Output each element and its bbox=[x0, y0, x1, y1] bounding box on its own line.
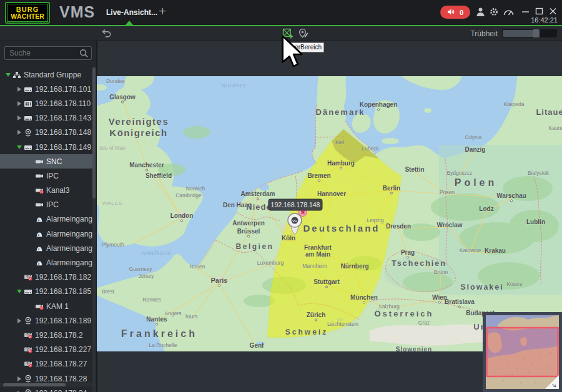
turbidity-slider-handle[interactable] bbox=[533, 29, 540, 37]
search-input[interactable] bbox=[8, 47, 76, 59]
sidebar-horizontal-scrollbar[interactable] bbox=[0, 383, 92, 387]
tree-expander-closed[interactable] bbox=[15, 101, 24, 106]
tree-item[interactable]: 192.168.178.110 bbox=[0, 96, 92, 110]
cam-icon bbox=[35, 201, 46, 208]
active-tab-caret bbox=[126, 21, 133, 25]
tree-item[interactable]: ?192.168.178.227 bbox=[0, 343, 92, 357]
city-dot bbox=[257, 198, 259, 200]
edit-location-pin-icon[interactable] bbox=[298, 28, 308, 42]
minimize-button[interactable] bbox=[521, 7, 530, 18]
cam-error-icon bbox=[35, 303, 46, 310]
minimap[interactable] bbox=[483, 312, 562, 392]
tree-expander-open[interactable] bbox=[4, 73, 12, 77]
city-dot bbox=[145, 169, 147, 171]
clock: 16:42:21 bbox=[531, 16, 558, 24]
map-label: Hamburg bbox=[327, 160, 355, 167]
tree-expander-closed[interactable] bbox=[15, 318, 24, 323]
scrollbar-thumb[interactable] bbox=[92, 67, 96, 198]
tree-item[interactable]: Alarmeingang 2 bbox=[0, 227, 92, 241]
map-label: Sheffield bbox=[145, 172, 172, 179]
tree-item[interactable]: Kanal3 bbox=[0, 184, 92, 198]
map-label: Gdynia bbox=[465, 134, 482, 140]
tree-item-label: Alarmeingang 2 bbox=[46, 230, 92, 238]
europe-map[interactable]: VereinigtesKönigreichDänemarkNiederlande… bbox=[97, 76, 562, 351]
settings-gear-icon[interactable] bbox=[489, 7, 499, 19]
scrollbar-thumb[interactable] bbox=[3, 383, 66, 386]
tree-item-label: 192.168.178.189 bbox=[35, 316, 91, 325]
map-label: Tschechien bbox=[392, 259, 446, 268]
map-label: Stettin bbox=[405, 166, 424, 173]
tree-expander-open[interactable] bbox=[15, 145, 24, 149]
map-label: Graz bbox=[418, 320, 430, 326]
tree-item[interactable]: Alarmeingang 3 bbox=[0, 241, 92, 255]
tree-item[interactable]: 192.168.178.149 bbox=[0, 140, 92, 154]
toolbar-tooltip: uerBereich bbox=[283, 42, 324, 52]
tree-item-label: Alarmeingang 4 bbox=[46, 258, 92, 267]
map-canvas[interactable]: VereinigtesKönigreichDänemarkNiederlande… bbox=[97, 76, 562, 351]
map-label: Belgien bbox=[236, 242, 274, 251]
tree-item-label: 192.168.178.110 bbox=[35, 99, 91, 108]
tree-item[interactable]: ?192.168.178.27 bbox=[0, 357, 92, 371]
tree-item-label: Alarmeingang 3 bbox=[46, 244, 92, 253]
svg-text:?: ? bbox=[26, 333, 29, 337]
tree-item[interactable]: ?192.168.178.182 bbox=[0, 270, 92, 285]
back-undo-icon[interactable] bbox=[101, 28, 112, 41]
tree-item-label: 192.168.178.101 bbox=[35, 85, 91, 94]
map-label: Luxemburg bbox=[257, 260, 284, 266]
performance-gauge-icon[interactable] bbox=[503, 7, 515, 19]
map-label: Kiel bbox=[335, 139, 344, 145]
map-label: London bbox=[170, 212, 194, 219]
alarm-icon bbox=[35, 230, 46, 238]
tree-item[interactable]: IPC bbox=[0, 198, 92, 212]
tree-item[interactable]: Alarmeingang 1 bbox=[0, 212, 92, 227]
tree-item[interactable]: KAM 1 bbox=[0, 299, 92, 313]
tree-item-label: 192.168.178.143 bbox=[35, 114, 91, 122]
map-label: WALES bbox=[102, 200, 123, 206]
sidebar-vertical-scrollbar[interactable] bbox=[92, 67, 96, 392]
tree-expander-closed[interactable] bbox=[15, 130, 24, 135]
tree-item[interactable]: Alarmeingang 4 bbox=[0, 255, 92, 270]
new-tab-button[interactable]: + bbox=[159, 4, 166, 19]
cam-icon bbox=[35, 158, 46, 165]
add-area-icon[interactable] bbox=[282, 28, 293, 42]
tree-item-label: KAM 1 bbox=[46, 302, 69, 311]
tree-item[interactable]: ?192.168.178.2 bbox=[0, 328, 92, 342]
svg-text:?: ? bbox=[26, 347, 29, 351]
tree-item[interactable]: 192.168.178.189 bbox=[0, 313, 92, 328]
tree-item[interactable]: Standard Gruppe bbox=[0, 67, 92, 82]
map-label: Stuttgart bbox=[313, 278, 340, 285]
tree-item[interactable]: 192.168.178.185 bbox=[0, 285, 92, 299]
city-dot bbox=[363, 301, 365, 303]
minimap-viewport[interactable] bbox=[487, 328, 558, 376]
map-label: Kopenhagen bbox=[360, 101, 398, 108]
tree-item[interactable]: SNC bbox=[0, 154, 92, 169]
device-sidebar: Standard Gruppe192.168.178.101192.168.17… bbox=[0, 41, 97, 392]
map-label: am Main bbox=[305, 251, 330, 258]
device-tree: Standard Gruppe192.168.178.101192.168.17… bbox=[0, 67, 92, 392]
vms-window: BURG WÄCHTER VMS Live-Ansicht... + 0 16:… bbox=[0, 0, 562, 392]
tree-expander-closed[interactable] bbox=[15, 376, 24, 381]
map-label: Dresden bbox=[386, 223, 411, 230]
tree-expander-open[interactable] bbox=[15, 290, 24, 293]
tree-item-label: 192.168.178.34 bbox=[35, 389, 87, 392]
user-button[interactable] bbox=[476, 7, 485, 19]
map-label: Dänemark bbox=[316, 107, 365, 117]
tree-expander-closed[interactable] bbox=[15, 115, 24, 120]
ptz-icon bbox=[24, 316, 35, 325]
map-label: Glasgow bbox=[109, 94, 136, 100]
turbidity-slider[interactable] bbox=[502, 29, 557, 37]
tab-live-view[interactable]: Live-Ansicht... bbox=[106, 8, 157, 17]
tree-item[interactable]: 192.168.178.101 bbox=[0, 82, 92, 96]
turbidity-label: Trübheit bbox=[470, 29, 498, 38]
tree-expander-closed[interactable] bbox=[15, 87, 24, 92]
tree-item[interactable]: IPC bbox=[0, 169, 92, 183]
tree-item[interactable]: 192.168.178.148 bbox=[0, 125, 92, 140]
map-label: Königreich bbox=[109, 127, 167, 138]
burg-waechter-logo: BURG WÄCHTER bbox=[5, 2, 50, 24]
search-icon[interactable] bbox=[79, 49, 89, 61]
alarm-count-button[interactable]: 0 bbox=[440, 6, 470, 19]
map-label: Köln bbox=[282, 235, 295, 242]
map-label: Paris bbox=[211, 277, 228, 284]
map-label: Slowenien bbox=[396, 346, 432, 351]
tree-item[interactable]: 192.168.178.143 bbox=[0, 111, 92, 125]
